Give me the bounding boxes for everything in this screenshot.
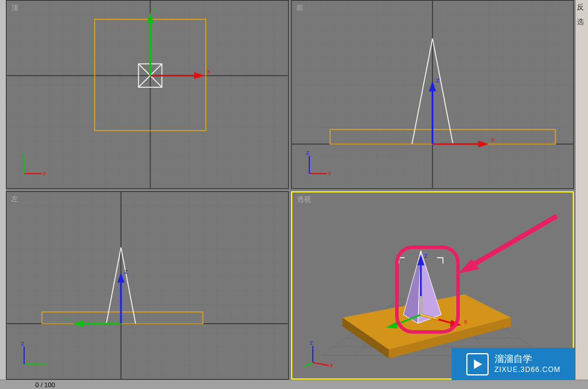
viewport-left[interactable]: y z 左 y z: [6, 191, 289, 380]
axis-indicator-top: x y: [18, 150, 48, 179]
svg-text:z: z: [21, 341, 24, 347]
status-bar: 0 / 100: [0, 380, 588, 389]
annotation-highlight-circle: [395, 245, 460, 334]
viewport-perspective-label: 透视: [297, 195, 311, 205]
svg-text:x: x: [330, 362, 333, 368]
svg-marker-95: [474, 360, 482, 369]
svg-line-93: [466, 216, 557, 269]
viewport-front[interactable]: x z 前 x z: [291, 0, 574, 189]
axis-indicator-front: x z: [303, 150, 333, 179]
gizmo-y-label: y: [153, 5, 156, 12]
left-toolbar-strip: [0, 0, 6, 380]
svg-rect-38: [7, 192, 288, 380]
viewport-front-label: 前: [296, 3, 303, 13]
svg-line-90: [304, 363, 313, 367]
axis-indicator-perspective: x z: [304, 340, 336, 370]
viewport-left-label: 左: [11, 194, 18, 204]
svg-text:x: x: [328, 170, 331, 177]
axis-indicator-left: y z: [18, 341, 48, 370]
frame-counter: 0 / 100: [35, 381, 55, 388]
svg-text:y: y: [21, 150, 24, 156]
play-icon: [466, 353, 489, 375]
svg-text:y: y: [65, 315, 69, 322]
viewport-top[interactable]: x y 顶 x y: [6, 0, 289, 189]
panel-text-2: 选: [576, 15, 588, 29]
panel-text-1: 反: [576, 0, 588, 15]
right-command-panel[interactable]: 反 选: [575, 0, 588, 380]
viewport-left-grid: y z: [6, 192, 288, 380]
gizmo-x-label: x: [207, 68, 211, 75]
svg-text:z: z: [436, 77, 439, 84]
svg-text:z: z: [306, 150, 309, 156]
svg-rect-1: [7, 1, 288, 188]
viewport-front-grid: x z: [292, 1, 573, 188]
svg-text:y: y: [43, 361, 46, 367]
watermark-badge: 溜溜自学 ZIXUE.3D66.COM: [452, 348, 575, 380]
watermark-url: ZIXUE.3D66.COM: [495, 365, 561, 375]
svg-text:x: x: [464, 317, 467, 324]
svg-text:z: z: [125, 268, 128, 275]
svg-text:x: x: [491, 136, 495, 143]
viewport-top-label: 顶: [11, 3, 18, 13]
svg-text:z: z: [310, 340, 313, 346]
annotation-arrow: [457, 213, 563, 278]
viewports-container: x y 顶 x y x: [6, 0, 574, 380]
watermark-title: 溜溜自学: [495, 353, 561, 365]
svg-text:x: x: [43, 170, 46, 177]
viewport-top-grid: x y: [6, 1, 288, 188]
svg-line-88: [313, 363, 329, 365]
